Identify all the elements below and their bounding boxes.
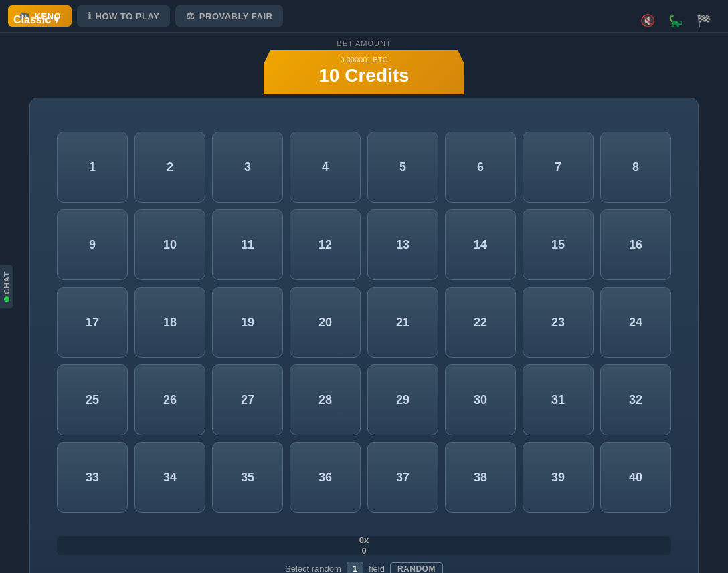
top-navigation: 🎮 KENO ℹ HOW TO PLAY ⚖ PROVABLY FAIR <box>0 0 728 33</box>
keno-cell-29[interactable]: 29 <box>367 364 438 435</box>
keno-cell-18[interactable]: 18 <box>134 287 205 358</box>
keno-cell-13[interactable]: 13 <box>367 209 438 280</box>
bet-amount-display[interactable]: 0.000001 BTC 10 Credits <box>264 50 464 94</box>
info-icon: ℹ <box>88 11 92 21</box>
keno-grid: 1234567891011121314151617181920212223242… <box>43 112 685 526</box>
scale-icon: ⚖ <box>186 11 195 21</box>
flag-icon-button[interactable]: 🏁 <box>693 10 715 31</box>
bet-amount-btc: 0.000001 BTC <box>304 55 424 64</box>
multiplier-value: 0x <box>359 535 369 546</box>
keno-cell-3[interactable]: 3 <box>212 132 283 203</box>
field-label: field <box>369 564 385 573</box>
select-random-label: Select random <box>285 564 341 573</box>
keno-cell-10[interactable]: 10 <box>134 209 205 280</box>
howto-nav-label: HOW TO PLAY <box>96 11 160 21</box>
keno-cell-17[interactable]: 17 <box>57 287 128 358</box>
keno-cell-21[interactable]: 21 <box>367 287 438 358</box>
keno-cell-39[interactable]: 39 <box>523 442 594 513</box>
bet-amount-section: BET AMOUNT 0.000001 BTC 10 Credits <box>264 39 464 94</box>
select-random-section: Select random 1 field RANDOM <box>43 562 685 573</box>
chat-label: CHAT <box>3 271 11 294</box>
keno-cell-11[interactable]: 11 <box>212 209 283 280</box>
keno-cell-4[interactable]: 4 <box>290 132 361 203</box>
howto-nav-button[interactable]: ℹ HOW TO PLAY <box>77 5 170 27</box>
keno-cell-28[interactable]: 28 <box>290 364 361 435</box>
keno-cell-7[interactable]: 7 <box>523 132 594 203</box>
keno-cell-38[interactable]: 38 <box>445 442 516 513</box>
bet-amount-credits: 10 Credits <box>304 65 424 86</box>
random-count-badge[interactable]: 1 <box>347 562 363 573</box>
keno-cell-9[interactable]: 9 <box>57 209 128 280</box>
theme-selector[interactable]: Classic ▾ <box>13 13 59 26</box>
keno-cell-36[interactable]: 36 <box>290 442 361 513</box>
keno-cell-32[interactable]: 32 <box>600 364 671 435</box>
keno-panel: Classic ▾ 🔇 🦕 🏁 123456789101112131415161… <box>29 98 699 573</box>
keno-cell-16[interactable]: 16 <box>600 209 671 280</box>
chat-online-dot <box>4 296 9 302</box>
main-content: BET AMOUNT 0.000001 BTC 10 Credits Class… <box>0 33 728 573</box>
keno-cell-30[interactable]: 30 <box>445 364 516 435</box>
keno-cell-6[interactable]: 6 <box>445 132 516 203</box>
keno-cell-23[interactable]: 23 <box>523 287 594 358</box>
keno-cell-40[interactable]: 40 <box>600 442 671 513</box>
keno-cell-8[interactable]: 8 <box>600 132 671 203</box>
progress-bar: 0x 0 <box>57 536 671 555</box>
keno-cell-19[interactable]: 19 <box>212 287 283 358</box>
progress-section: 0x 0 <box>57 536 671 555</box>
progress-value: 0 <box>359 546 369 556</box>
keno-cell-31[interactable]: 31 <box>523 364 594 435</box>
keno-cell-15[interactable]: 15 <box>523 209 594 280</box>
keno-cell-27[interactable]: 27 <box>212 364 283 435</box>
keno-cell-2[interactable]: 2 <box>134 132 205 203</box>
random-button[interactable]: RANDOM <box>390 562 443 574</box>
keno-cell-33[interactable]: 33 <box>57 442 128 513</box>
keno-cell-5[interactable]: 5 <box>367 132 438 203</box>
keno-cell-37[interactable]: 37 <box>367 442 438 513</box>
keno-cell-34[interactable]: 34 <box>134 442 205 513</box>
provably-nav-label: PROVABLY FAIR <box>199 11 273 21</box>
keno-cell-35[interactable]: 35 <box>212 442 283 513</box>
provably-nav-button[interactable]: ⚖ PROVABLY FAIR <box>175 5 283 27</box>
chat-sidebar[interactable]: CHAT <box>0 265 13 309</box>
keno-cell-22[interactable]: 22 <box>445 287 516 358</box>
keno-cell-14[interactable]: 14 <box>445 209 516 280</box>
keno-cell-25[interactable]: 25 <box>57 364 128 435</box>
dino-icon-button[interactable]: 🦕 <box>665 10 687 31</box>
bet-amount-label: BET AMOUNT <box>337 39 391 47</box>
keno-cell-12[interactable]: 12 <box>290 209 361 280</box>
sound-icon-button[interactable]: 🔇 <box>637 10 658 31</box>
keno-cell-1[interactable]: 1 <box>57 132 128 203</box>
progress-text: 0x 0 <box>359 535 369 556</box>
keno-cell-26[interactable]: 26 <box>134 364 205 435</box>
keno-cell-24[interactable]: 24 <box>600 287 671 358</box>
top-right-icons: 🔇 🦕 🏁 <box>637 10 715 31</box>
keno-cell-20[interactable]: 20 <box>290 287 361 358</box>
